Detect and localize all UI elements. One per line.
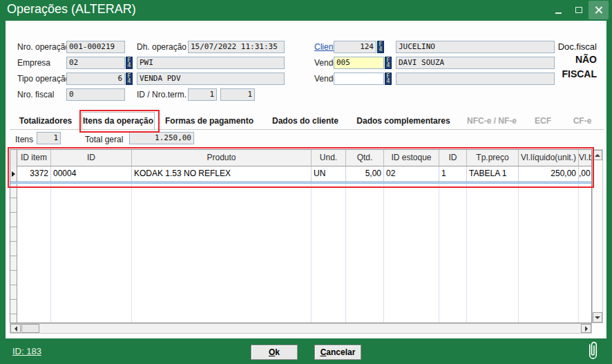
empty-column — [132, 184, 312, 323]
empresa-name-field[interactable]: PWI — [137, 57, 285, 69]
scroll-right-button[interactable] — [581, 324, 591, 333]
f4-icon: F4 — [128, 74, 131, 84]
record-id-link[interactable]: ID: 183 — [12, 346, 41, 356]
empresa-label: Empresa — [17, 57, 50, 69]
id-term-field[interactable]: 1 — [188, 88, 217, 101]
itens-label: Itens — [15, 133, 33, 146]
empty-column — [519, 184, 579, 323]
window-controls — [548, 1, 609, 20]
grid-vertical-scrollbar[interactable] — [592, 149, 603, 323]
empty-column — [17, 184, 51, 323]
itens-count-field: 1 — [37, 132, 61, 144]
cliente-code-field[interactable]: 124 — [334, 41, 376, 53]
tipo-operacao-code-field[interactable]: 6 — [66, 73, 125, 85]
close-button[interactable] — [589, 1, 609, 19]
scroll-down-button[interactable] — [593, 312, 602, 323]
ok-button-label: Ok — [251, 347, 297, 357]
col-header-qtd[interactable]: Qtd. — [346, 150, 384, 166]
close-icon — [595, 6, 602, 14]
maximize-icon — [575, 7, 582, 13]
grid-corner-cell — [10, 150, 17, 166]
vendedor2-name-field[interactable] — [396, 73, 555, 85]
nro-operacao-label: Nro. operação — [17, 41, 70, 53]
arrow-right-icon — [585, 326, 588, 332]
cell-vl-bruto: ,00 — [579, 166, 591, 182]
tipo-operacao-label: Tipo operação — [17, 73, 70, 85]
cell-vl-liquido: 250,00 — [519, 166, 579, 182]
row-selector-icon — [12, 171, 15, 177]
cliente-name-field[interactable]: JUCELINO — [396, 41, 555, 53]
window-content: Nro. operação 001-000219 Dh. operação 15… — [6, 21, 606, 338]
dh-operacao-field[interactable]: 15/07/2022 11:31:35 — [188, 41, 285, 53]
tab-formas-de-pagamento[interactable]: Formas de pagamento — [155, 114, 264, 129]
scroll-left-button[interactable] — [10, 324, 21, 333]
cell-id-item: 3372 — [17, 166, 51, 182]
cliente-lookup-button[interactable]: F4 — [377, 41, 384, 53]
cell-id2: 1 — [439, 166, 467, 182]
tipo-operacao-lookup-button[interactable]: F4 — [126, 73, 133, 85]
cell-qtd: 5,00 — [346, 166, 384, 182]
f4-icon: F4 — [387, 74, 390, 84]
id-nro-term-label: ID / Nro.term. — [137, 88, 187, 101]
itens-grid: ID item ID Produto Und. Qtd. ID estoque … — [10, 149, 592, 323]
window-title: Operações (ALTERAR) — [7, 2, 136, 17]
title-bar: Operações (ALTERAR) — [0, 0, 612, 21]
tipo-operacao-name-field[interactable]: VENDA PDV — [137, 73, 285, 85]
total-geral-label: Total geral — [85, 133, 123, 146]
maximize-button[interactable] — [568, 1, 589, 19]
doc-fiscal-value-line1: NÃO — [558, 52, 597, 67]
total-geral-field: 1.250,00 — [129, 132, 194, 144]
col-header-id-estoque[interactable]: ID estoque — [384, 150, 439, 166]
col-header-id-item[interactable]: ID item — [17, 150, 51, 166]
cancel-button[interactable]: Cancelar — [314, 345, 361, 360]
vendedor-lookup-button[interactable]: F4 — [385, 57, 392, 69]
minimize-icon — [555, 12, 562, 14]
empty-column — [51, 184, 132, 323]
minimize-button[interactable] — [548, 1, 568, 19]
tab-totalizadores[interactable]: Totalizadores — [10, 114, 82, 129]
grid-gutter-column — [10, 184, 17, 323]
vendedor2-code-field[interactable] — [334, 73, 384, 85]
nro-fiscal-field[interactable]: 0 — [66, 88, 125, 101]
tab-dados-complementares[interactable]: Dados complementares — [347, 114, 460, 129]
footer-bar: ID: 183 Ok Cancelar — [0, 338, 612, 364]
scroll-up-button[interactable] — [593, 150, 602, 160]
nro-operacao-field[interactable]: 001-000219 — [66, 41, 125, 53]
doc-fiscal-value-line2: FISCAL — [558, 67, 597, 82]
col-header-tp-preco[interactable]: Tp.preço — [467, 150, 519, 166]
grid-empty-area — [10, 184, 591, 323]
empty-column — [579, 184, 591, 323]
empresa-lookup-button[interactable]: F4 — [126, 57, 133, 69]
empty-column — [467, 184, 519, 323]
attachment-paperclip-icon[interactable] — [586, 340, 600, 364]
grid-horizontal-scrollbar[interactable] — [10, 323, 592, 334]
tab-ecf: ECF — [524, 114, 562, 129]
tab-dados-do-cliente[interactable]: Dados do cliente — [264, 114, 347, 129]
vendedor2-lookup-button[interactable]: F4 — [385, 73, 392, 85]
empresa-code-field[interactable]: 02 — [66, 57, 125, 69]
cancel-button-label: Cancelar — [315, 347, 361, 357]
vendedor-code-field[interactable]: 005 — [334, 57, 384, 69]
arrow-left-icon — [15, 326, 17, 332]
col-header-id2[interactable]: ID — [439, 150, 467, 166]
f4-icon: F4 — [128, 58, 131, 68]
doc-fiscal-block: Doc.fiscal NÃO FISCAL — [558, 41, 597, 82]
col-header-und[interactable]: Und. — [312, 150, 346, 166]
col-header-produto[interactable]: Produto — [132, 150, 312, 166]
f4-icon: F4 — [379, 42, 383, 52]
cell-id-estoque: 02 — [384, 166, 439, 182]
ok-button[interactable]: Ok — [251, 345, 298, 360]
tab-itens-da-operacao[interactable]: Itens da operação — [82, 112, 155, 129]
col-header-vl-liquido[interactable]: Vl.líquido(unit.) — [519, 150, 579, 166]
f4-icon: F4 — [387, 58, 390, 68]
horizontal-scroll-thumb[interactable] — [21, 324, 39, 333]
nro-term-field[interactable]: 1 — [220, 88, 255, 101]
table-row[interactable]: 3372 00004 KODAK 1.53 NO REFLEX UN 5,00 … — [10, 166, 591, 182]
arrow-down-icon — [595, 316, 600, 319]
col-header-vl-bruto[interactable]: Vl.b — [579, 150, 591, 166]
vendedor-name-field[interactable]: DAVI SOUZA — [396, 57, 555, 69]
empty-column — [346, 184, 384, 323]
col-header-id[interactable]: ID — [51, 150, 132, 166]
row-selector-cell — [10, 166, 17, 182]
doc-fiscal-label: Doc.fiscal — [558, 41, 597, 52]
